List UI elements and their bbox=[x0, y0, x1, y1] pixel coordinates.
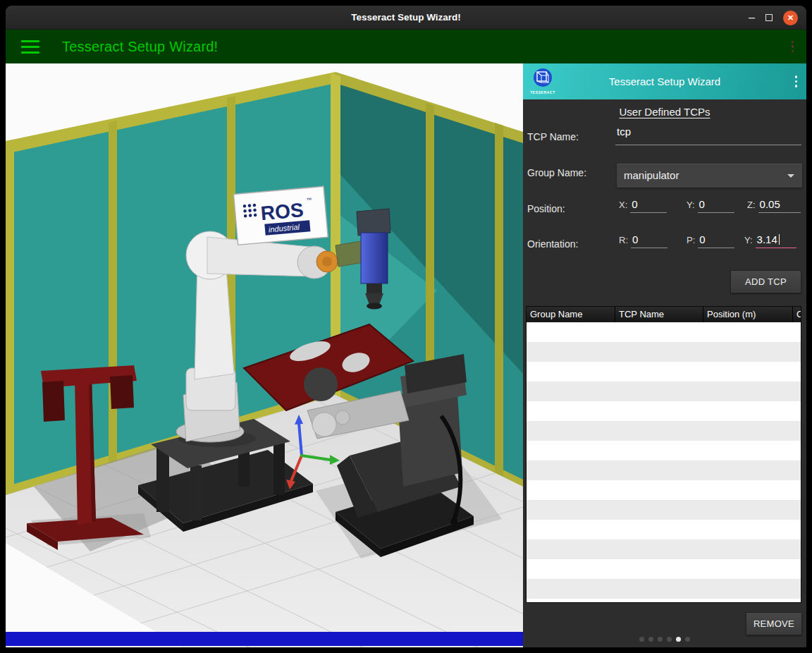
pager bbox=[523, 637, 806, 642]
group-name-dropdown[interactable]: manipulator bbox=[617, 164, 802, 188]
orientation-y-label: Y: bbox=[744, 235, 753, 245]
orientation-r-label: R: bbox=[619, 235, 628, 245]
panel-title: Tesseract Setup Wizard bbox=[523, 75, 806, 87]
ros-sign: ROS ™ industrial bbox=[233, 186, 328, 245]
group-name-value: manipulator bbox=[624, 169, 679, 181]
close-button[interactable]: ✕ bbox=[783, 11, 798, 25]
viewport-3d[interactable]: ROS ™ industrial bbox=[6, 63, 523, 647]
pager-dot[interactable] bbox=[639, 637, 644, 642]
add-tcp-button[interactable]: ADD TCP bbox=[730, 270, 801, 293]
window-title: Tesseract Setup Wizard! bbox=[6, 6, 806, 30]
position-z-field[interactable]: Z: 0.05 bbox=[747, 198, 801, 213]
position-y-label: Y: bbox=[687, 200, 695, 210]
tcp-table-body bbox=[527, 322, 801, 602]
setup-wizard-panel: TESSERACT Tesseract Setup Wizard User De… bbox=[523, 63, 806, 647]
position-z-input[interactable]: 0.05 bbox=[758, 198, 801, 213]
orientation-r-input[interactable]: 0 bbox=[631, 233, 668, 248]
maximize-button[interactable] bbox=[765, 14, 773, 21]
tcp-table-header: Group Name TCP Name Position (m) O bbox=[527, 307, 801, 322]
tcp-name-label: TCP Name: bbox=[527, 131, 579, 142]
pager-dot[interactable] bbox=[685, 637, 690, 642]
titlebar[interactable]: Tesseract Setup Wizard! – ✕ bbox=[6, 6, 806, 30]
screen: Tesseract Setup Wizard! – ✕ Tesseract Se… bbox=[0, 0, 812, 653]
main-content: ROS ™ industrial bbox=[6, 63, 806, 647]
tcp-name-input[interactable]: tcp bbox=[615, 126, 801, 145]
orientation-p-label: P: bbox=[687, 235, 695, 245]
remove-button[interactable]: REMOVE bbox=[746, 612, 802, 635]
position-y-field[interactable]: Y: 0 bbox=[687, 198, 734, 213]
tesseract-logo-icon: TESSERACT bbox=[527, 67, 558, 97]
table-header-position[interactable]: Position (m) bbox=[703, 307, 793, 322]
table-header-tcp-name[interactable]: TCP Name bbox=[615, 307, 703, 322]
ros-sign-tm: ™ bbox=[306, 197, 312, 204]
chevron-down-icon bbox=[787, 174, 794, 178]
group-name-label: Group Name: bbox=[527, 167, 586, 178]
position-label: Position: bbox=[527, 203, 565, 214]
pager-dot[interactable] bbox=[676, 637, 681, 642]
tcp-table: Group Name TCP Name Position (m) O bbox=[526, 306, 801, 603]
panel-overflow-icon[interactable] bbox=[795, 75, 798, 87]
table-header-group-name[interactable]: Group Name bbox=[527, 307, 615, 322]
orientation-y-text: 3.14 bbox=[757, 233, 777, 245]
position-x-label: X: bbox=[619, 200, 627, 210]
position-z-label: Z: bbox=[747, 200, 756, 210]
logo-caption: TESSERACT bbox=[530, 90, 555, 94]
window-controls: – ✕ bbox=[749, 6, 798, 30]
ros-sign-text: ROS bbox=[260, 199, 304, 224]
menubar-overflow-icon[interactable] bbox=[792, 41, 794, 53]
scene-3d[interactable]: ROS ™ industrial bbox=[6, 63, 523, 647]
orientation-r-field[interactable]: R: 0 bbox=[619, 233, 668, 248]
ros-logo-dots bbox=[242, 204, 257, 218]
panel-header: TESSERACT Tesseract Setup Wizard bbox=[523, 63, 806, 99]
menubar: Tesseract Setup Wizard! bbox=[6, 30, 806, 63]
orientation-label: Orientation: bbox=[527, 238, 578, 250]
section-title: User Defined TCPs bbox=[523, 106, 806, 118]
minimize-button[interactable]: – bbox=[749, 14, 755, 21]
position-y-input[interactable]: 0 bbox=[698, 198, 734, 213]
position-x-field[interactable]: X: 0 bbox=[619, 198, 667, 213]
menubar-title: Tesseract Setup Wizard! bbox=[62, 39, 218, 55]
pager-dot[interactable] bbox=[658, 637, 663, 642]
app-window: Tesseract Setup Wizard! – ✕ Tesseract Se… bbox=[6, 6, 806, 647]
table-header-orientation[interactable]: O bbox=[793, 307, 801, 322]
orientation-y-field[interactable]: Y: 3.14 bbox=[744, 233, 796, 248]
pager-dot[interactable] bbox=[648, 637, 653, 642]
hamburger-menu-icon[interactable] bbox=[21, 40, 39, 54]
orientation-y-input[interactable]: 3.14 bbox=[756, 233, 796, 248]
text-caret bbox=[779, 234, 780, 245]
position-x-input[interactable]: 0 bbox=[630, 198, 667, 213]
orientation-p-input[interactable]: 0 bbox=[698, 233, 734, 248]
pager-dot[interactable] bbox=[667, 637, 672, 642]
blue-strip bbox=[6, 632, 523, 646]
orientation-p-field[interactable]: P: 0 bbox=[687, 233, 734, 248]
